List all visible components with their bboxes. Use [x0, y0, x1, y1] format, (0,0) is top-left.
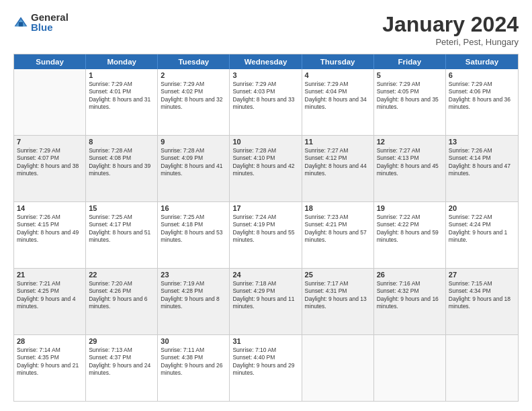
- day-info: Sunrise: 7:16 AM Sunset: 4:32 PM Dayligh…: [377, 280, 443, 311]
- day-number: 25: [305, 271, 371, 279]
- day-number: 18: [305, 204, 371, 212]
- day-info: Sunrise: 7:27 AM Sunset: 4:13 PM Dayligh…: [377, 147, 443, 178]
- day-cell-5: 5Sunrise: 7:29 AM Sunset: 4:05 PM Daylig…: [374, 69, 446, 135]
- calendar-week-5: 28Sunrise: 7:14 AM Sunset: 4:35 PM Dayli…: [14, 335, 518, 401]
- day-info: Sunrise: 7:20 AM Sunset: 4:26 PM Dayligh…: [89, 280, 154, 311]
- day-info: Sunrise: 7:22 AM Sunset: 4:24 PM Dayligh…: [449, 214, 515, 244]
- day-cell-13: 13Sunrise: 7:26 AM Sunset: 4:14 PM Dayli…: [446, 136, 518, 201]
- day-cell-11: 11Sunrise: 7:27 AM Sunset: 4:12 PM Dayli…: [302, 136, 374, 201]
- day-info: Sunrise: 7:28 AM Sunset: 4:10 PM Dayligh…: [232, 147, 298, 178]
- day-info: Sunrise: 7:26 AM Sunset: 4:14 PM Dayligh…: [449, 147, 515, 178]
- day-info: Sunrise: 7:18 AM Sunset: 4:29 PM Dayligh…: [232, 280, 298, 311]
- day-number: 20: [449, 204, 515, 212]
- day-cell-25: 25Sunrise: 7:17 AM Sunset: 4:31 PM Dayli…: [302, 269, 374, 334]
- day-number: 22: [89, 271, 154, 279]
- day-info: Sunrise: 7:23 AM Sunset: 4:21 PM Dayligh…: [305, 214, 371, 244]
- logo-icon: [13, 15, 28, 30]
- day-info: Sunrise: 7:24 AM Sunset: 4:19 PM Dayligh…: [232, 214, 298, 244]
- day-number: 5: [377, 71, 443, 79]
- day-cell-26: 26Sunrise: 7:16 AM Sunset: 4:32 PM Dayli…: [374, 269, 446, 334]
- header-day-saturday: Saturday: [446, 54, 518, 69]
- title-month: January 2024: [382, 12, 519, 37]
- day-info: Sunrise: 7:27 AM Sunset: 4:12 PM Dayligh…: [305, 147, 371, 178]
- day-cell-24: 24Sunrise: 7:18 AM Sunset: 4:29 PM Dayli…: [230, 269, 302, 334]
- day-cell-4: 4Sunrise: 7:29 AM Sunset: 4:04 PM Daylig…: [302, 69, 374, 135]
- day-number: 6: [449, 71, 515, 79]
- day-cell-9: 9Sunrise: 7:28 AM Sunset: 4:09 PM Daylig…: [158, 136, 230, 201]
- calendar-header: SundayMondayTuesdayWednesdayThursdayFrid…: [14, 54, 518, 69]
- page: General Blue January 2024 Peteri, Pest, …: [0, 0, 532, 411]
- day-info: Sunrise: 7:29 AM Sunset: 4:01 PM Dayligh…: [89, 81, 154, 111]
- header-day-monday: Monday: [86, 54, 158, 69]
- day-cell-14: 14Sunrise: 7:26 AM Sunset: 4:15 PM Dayli…: [14, 202, 86, 268]
- empty-cell: [14, 69, 86, 135]
- day-cell-20: 20Sunrise: 7:22 AM Sunset: 4:24 PM Dayli…: [446, 202, 518, 268]
- day-number: 16: [161, 204, 226, 212]
- day-cell-8: 8Sunrise: 7:28 AM Sunset: 4:08 PM Daylig…: [86, 136, 158, 201]
- day-info: Sunrise: 7:26 AM Sunset: 4:15 PM Dayligh…: [17, 214, 83, 244]
- day-cell-30: 30Sunrise: 7:11 AM Sunset: 4:38 PM Dayli…: [158, 335, 230, 401]
- day-number: 9: [161, 138, 226, 146]
- header-day-friday: Friday: [374, 54, 446, 69]
- day-number: 4: [305, 71, 371, 79]
- day-number: 2: [161, 71, 226, 79]
- day-info: Sunrise: 7:10 AM Sunset: 4:40 PM Dayligh…: [232, 347, 298, 377]
- title-location: Peteri, Pest, Hungary: [382, 37, 519, 47]
- day-number: 10: [232, 138, 298, 146]
- header-day-sunday: Sunday: [14, 54, 86, 69]
- day-info: Sunrise: 7:28 AM Sunset: 4:08 PM Dayligh…: [89, 147, 154, 178]
- day-cell-6: 6Sunrise: 7:29 AM Sunset: 4:06 PM Daylig…: [446, 69, 518, 135]
- day-number: 11: [305, 138, 371, 146]
- day-cell-18: 18Sunrise: 7:23 AM Sunset: 4:21 PM Dayli…: [302, 202, 374, 268]
- day-info: Sunrise: 7:13 AM Sunset: 4:37 PM Dayligh…: [89, 347, 154, 377]
- day-number: 8: [89, 138, 154, 146]
- logo-general-text: General: [31, 12, 69, 22]
- day-cell-2: 2Sunrise: 7:29 AM Sunset: 4:02 PM Daylig…: [158, 69, 230, 135]
- empty-cell: [446, 335, 518, 401]
- empty-cell: [374, 335, 446, 401]
- day-number: 21: [17, 271, 83, 279]
- day-cell-7: 7Sunrise: 7:29 AM Sunset: 4:07 PM Daylig…: [14, 136, 86, 201]
- logo-text: General Blue: [31, 12, 69, 32]
- day-cell-22: 22Sunrise: 7:20 AM Sunset: 4:26 PM Dayli…: [86, 269, 158, 334]
- day-info: Sunrise: 7:17 AM Sunset: 4:31 PM Dayligh…: [305, 280, 371, 311]
- day-cell-29: 29Sunrise: 7:13 AM Sunset: 4:37 PM Dayli…: [86, 335, 158, 401]
- day-cell-27: 27Sunrise: 7:15 AM Sunset: 4:34 PM Dayli…: [446, 269, 518, 334]
- day-info: Sunrise: 7:25 AM Sunset: 4:17 PM Dayligh…: [89, 214, 154, 244]
- title-block: January 2024 Peteri, Pest, Hungary: [382, 12, 519, 47]
- day-info: Sunrise: 7:29 AM Sunset: 4:07 PM Dayligh…: [17, 147, 83, 178]
- day-info: Sunrise: 7:15 AM Sunset: 4:34 PM Dayligh…: [449, 280, 515, 311]
- svg-rect-2: [19, 22, 23, 26]
- day-info: Sunrise: 7:25 AM Sunset: 4:18 PM Dayligh…: [161, 214, 226, 244]
- day-cell-16: 16Sunrise: 7:25 AM Sunset: 4:18 PM Dayli…: [158, 202, 230, 268]
- day-info: Sunrise: 7:14 AM Sunset: 4:35 PM Dayligh…: [17, 347, 83, 377]
- day-number: 24: [232, 271, 298, 279]
- day-info: Sunrise: 7:29 AM Sunset: 4:02 PM Dayligh…: [161, 81, 226, 111]
- empty-cell: [302, 335, 374, 401]
- day-number: 13: [449, 138, 515, 146]
- calendar-body: 1Sunrise: 7:29 AM Sunset: 4:01 PM Daylig…: [14, 69, 518, 401]
- day-number: 14: [17, 204, 83, 212]
- calendar-week-3: 14Sunrise: 7:26 AM Sunset: 4:15 PM Dayli…: [14, 202, 518, 269]
- calendar-week-2: 7Sunrise: 7:29 AM Sunset: 4:07 PM Daylig…: [14, 136, 518, 202]
- calendar-week-1: 1Sunrise: 7:29 AM Sunset: 4:01 PM Daylig…: [14, 69, 518, 136]
- day-cell-21: 21Sunrise: 7:21 AM Sunset: 4:25 PM Dayli…: [14, 269, 86, 334]
- header-day-thursday: Thursday: [302, 54, 374, 69]
- day-number: 17: [232, 204, 298, 212]
- day-number: 19: [377, 204, 443, 212]
- day-number: 31: [232, 337, 298, 345]
- day-number: 26: [377, 271, 443, 279]
- header-day-tuesday: Tuesday: [158, 54, 230, 69]
- day-info: Sunrise: 7:29 AM Sunset: 4:04 PM Dayligh…: [305, 81, 371, 111]
- header-day-wednesday: Wednesday: [230, 54, 302, 69]
- day-cell-19: 19Sunrise: 7:22 AM Sunset: 4:22 PM Dayli…: [374, 202, 446, 268]
- day-cell-12: 12Sunrise: 7:27 AM Sunset: 4:13 PM Dayli…: [374, 136, 446, 201]
- day-cell-10: 10Sunrise: 7:28 AM Sunset: 4:10 PM Dayli…: [230, 136, 302, 201]
- day-number: 28: [17, 337, 83, 345]
- day-info: Sunrise: 7:28 AM Sunset: 4:09 PM Dayligh…: [161, 147, 226, 178]
- calendar-week-4: 21Sunrise: 7:21 AM Sunset: 4:25 PM Dayli…: [14, 269, 518, 335]
- day-number: 27: [449, 271, 515, 279]
- day-number: 30: [161, 337, 226, 345]
- day-cell-31: 31Sunrise: 7:10 AM Sunset: 4:40 PM Dayli…: [230, 335, 302, 401]
- day-info: Sunrise: 7:29 AM Sunset: 4:03 PM Dayligh…: [232, 81, 298, 111]
